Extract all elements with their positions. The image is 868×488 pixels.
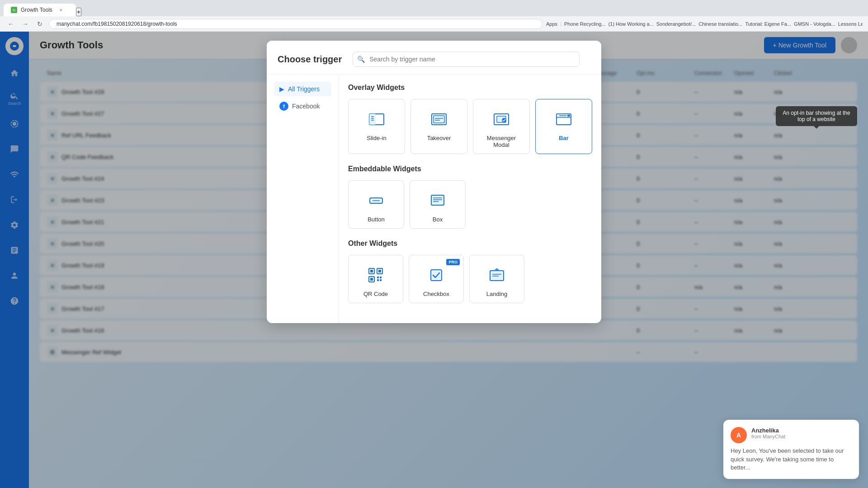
sidebar-item-all-triggers[interactable]: ▶ All Triggers (274, 82, 331, 96)
svg-rect-2 (369, 114, 376, 125)
messenger-modal-icon (491, 108, 512, 130)
widget-landing[interactable]: Landing (469, 255, 524, 303)
checkbox-label: Checkbox (423, 291, 449, 297)
embeddable-widgets-title: Embeddable Widgets (348, 165, 592, 173)
overlay-widgets-title: Overlay Widgets (348, 84, 592, 92)
svg-rect-30 (380, 277, 382, 278)
widget-slide-in[interactable]: Slide-in (348, 99, 405, 154)
checkbox-icon (425, 264, 447, 286)
svg-rect-31 (377, 279, 379, 281)
messenger-modal-label: Messenger Modal (479, 135, 524, 148)
tab-favicon: G (11, 7, 17, 13)
button-icon (365, 190, 387, 211)
url-text: manychat.com/fb198150208192061​8/growth-… (57, 21, 177, 27)
active-tab[interactable]: G Growth Tools × (4, 4, 76, 16)
qr-code-label: QR Code (363, 291, 388, 297)
chat-widget[interactable]: A Anzhelika from ManyChat Hey Leon, You'… (723, 420, 859, 479)
overlay-widgets-grid: Slide-in (348, 99, 592, 154)
bar-label: Bar (559, 135, 569, 141)
bookmark-2[interactable]: (1) How Working a... (609, 21, 654, 27)
forward-button[interactable]: → (20, 19, 31, 29)
tab-title: Growth Tools (21, 7, 52, 13)
bookmark-separator: | (560, 21, 561, 27)
chat-header: A Anzhelika from ManyChat (731, 427, 852, 443)
new-tab-button[interactable]: + (76, 8, 81, 16)
widget-button[interactable]: Button (348, 180, 404, 229)
chat-avatar: A (731, 427, 747, 443)
slide-in-icon (366, 108, 387, 130)
other-widgets-grid: QR Code PRO Checkbox (348, 255, 524, 303)
box-icon (427, 190, 448, 211)
search-icon-modal: 🔍 (357, 56, 365, 63)
facebook-icon: f (279, 102, 288, 111)
svg-rect-34 (490, 271, 504, 281)
widget-box[interactable]: Box (410, 180, 466, 229)
modal-title: Choose trigger (278, 54, 342, 65)
takeover-label: Takeover (427, 135, 451, 141)
other-widgets-title: Other Widgets (348, 239, 592, 248)
bookmark-7[interactable]: Lessons Learned f... (838, 21, 863, 27)
landing-label: Landing (486, 291, 507, 297)
bookmark-apps[interactable]: Apps (546, 21, 557, 27)
svg-rect-29 (377, 277, 379, 278)
svg-rect-33 (431, 270, 442, 281)
browser-toolbar: ← → ↻ manychat.com/fb198150208192061​8/g… (0, 16, 868, 31)
modal-sidebar: ▶ All Triggers f Facebook (267, 75, 339, 323)
choose-trigger-modal: Choose trigger 🔍 ▶ All Triggers f (267, 41, 601, 323)
qr-code-icon (365, 264, 387, 286)
facebook-label: Facebook (292, 103, 320, 110)
back-button[interactable]: ← (5, 19, 16, 29)
svg-rect-28 (370, 278, 373, 281)
embeddable-widgets-grid: Button (348, 180, 466, 229)
svg-rect-19 (431, 195, 444, 205)
box-label: Box (433, 216, 443, 223)
widget-messenger-modal[interactable]: Messenger Modal (473, 99, 530, 154)
slide-in-label: Slide-in (367, 135, 386, 141)
widget-takeover[interactable]: Takeover (410, 99, 467, 154)
address-bar[interactable]: manychat.com/fb198150208192061​8/growth-… (49, 19, 542, 29)
tab-close-btn[interactable]: × (60, 8, 62, 13)
chat-message-text: Hey Leon, You've been selected to take o… (731, 447, 852, 472)
bookmarks-bar: Apps | Phone Recycling... (1) How Workin… (546, 21, 863, 27)
refresh-button[interactable]: ↻ (34, 19, 45, 29)
takeover-icon (428, 108, 450, 130)
chat-source: from ManyChat (751, 434, 785, 439)
modal-content: Overlay Widgets (339, 75, 601, 323)
svg-rect-7 (434, 116, 444, 123)
tab-bar: G Growth Tools × + (0, 0, 868, 16)
all-triggers-label: All Triggers (288, 85, 320, 93)
sidebar-item-facebook[interactable]: f Facebook (274, 98, 331, 114)
bookmark-4[interactable]: Chinese translatio... (698, 21, 742, 27)
chat-sender-name: Anzhelika (751, 427, 785, 434)
bookmark-5[interactable]: Tutorial: Eigene Fa... (745, 21, 791, 27)
browser-chrome: G Growth Tools × + ← → ↻ manychat.com/fb… (0, 0, 868, 32)
svg-rect-16 (567, 115, 570, 117)
modal-body: ▶ All Triggers f Facebook Overlay Widget… (267, 75, 601, 323)
bar-icon (553, 108, 575, 130)
modal-search-wrapper: 🔍 (353, 52, 580, 67)
chat-sender-info: Anzhelika from ManyChat (751, 427, 785, 439)
bookmark-3[interactable]: Sonderangebot/... (656, 21, 696, 27)
landing-icon (486, 264, 508, 286)
all-triggers-icon: ▶ (279, 85, 284, 93)
button-label: Button (368, 216, 385, 223)
trigger-search-input[interactable] (353, 52, 580, 67)
widget-bar[interactable]: Bar (535, 99, 592, 154)
bookmark-6[interactable]: GMSN - Vologda... (794, 21, 835, 27)
bookmark-1[interactable]: Phone Recycling... (564, 21, 606, 27)
svg-rect-32 (380, 279, 382, 281)
widget-checkbox[interactable]: PRO Checkbox (409, 255, 464, 303)
widget-qr-code[interactable]: QR Code (348, 255, 403, 303)
svg-rect-24 (370, 270, 373, 272)
svg-rect-26 (378, 270, 381, 272)
pro-badge: PRO (446, 259, 460, 265)
modal-header: Choose trigger 🔍 (267, 41, 601, 75)
